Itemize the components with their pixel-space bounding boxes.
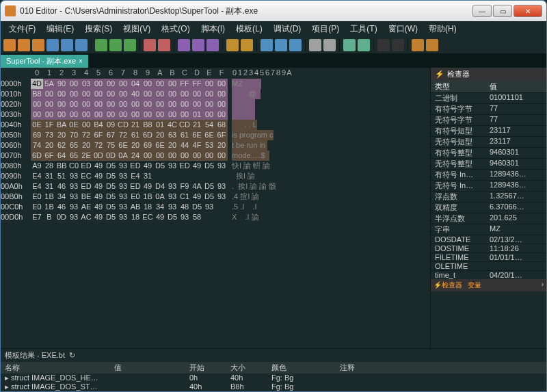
menu-item[interactable]: 脚本(I): [196, 22, 230, 36]
menu-item[interactable]: 视图(V): [118, 22, 156, 36]
tab-active[interactable]: SuperTool - 副本.exe ×: [1, 55, 88, 68]
inspector-header: 类型值: [431, 81, 546, 92]
inspector-title: ⚡检查器: [431, 68, 546, 81]
toolbar-button[interactable]: [158, 39, 170, 51]
refresh-icon[interactable]: ↻: [69, 351, 75, 360]
menu-item[interactable]: 编辑(E): [41, 22, 79, 36]
hex-row[interactable]: 0000h4D5A90000300000004000000FFFF0000MZ: [1, 79, 430, 89]
toolbar-button[interactable]: [261, 39, 273, 51]
minimize-button[interactable]: —: [472, 5, 492, 17]
inspector-panel: ⚡检查器 类型值 二进制01001101有符号字节77无符号字节77有符号短型2…: [430, 68, 546, 348]
menu-item[interactable]: 模板(L): [230, 22, 268, 36]
toolbar-button[interactable]: [109, 39, 122, 51]
menu-item[interactable]: 搜索(S): [79, 22, 118, 36]
menu-item[interactable]: 调试(D): [268, 22, 307, 36]
toolbar-button[interactable]: [124, 39, 136, 51]
hex-row[interactable]: 0040h0E1FBA0E00B409CD21B8014CCD215468 . …: [1, 120, 430, 130]
menu-item[interactable]: 帮助(H): [423, 22, 462, 36]
toolbar-button[interactable]: [3, 39, 16, 51]
menu-item[interactable]: 窗口(W): [383, 22, 423, 36]
menu-item[interactable]: 项目(P): [306, 22, 345, 36]
hex-row[interactable]: 00B0hE01B3493BE49D593E01B0A93C149D593.4 …: [1, 192, 430, 202]
inspector-row[interactable]: 浮点数1.32567…: [431, 191, 546, 202]
toolbar-button[interactable]: [377, 39, 390, 51]
toolbar-button[interactable]: [241, 39, 253, 51]
hex-row[interactable]: 00D0hE7B0D93AC49D59318EC49D59358 X .I 諭: [1, 212, 430, 222]
tab-close-icon[interactable]: ×: [79, 57, 83, 65]
template-row[interactable]: ▸ struct IMAGE_DOS_HE…0h40hFg: Bg: [1, 374, 546, 382]
inspector-row[interactable]: OLETIME: [431, 261, 546, 270]
inspector-row[interactable]: 无符号短型23117: [431, 136, 546, 147]
toolbar-button[interactable]: [178, 39, 190, 51]
template-columns: 名称 值 开始 大小 颜色 注释: [1, 362, 546, 374]
toolbar-button[interactable]: [144, 39, 156, 51]
tab-label: SuperTool - 副本.exe: [6, 56, 76, 66]
template-row[interactable]: ▸ struct IMAGE_DOS_ST…40hB8hFg: Bg: [1, 382, 546, 391]
toolbar-button[interactable]: [426, 39, 438, 51]
hex-row[interactable]: 0080hA928BBC0ED49D593ED49D593ED49D593快I …: [1, 161, 430, 171]
menu-item[interactable]: 文件(F): [3, 22, 41, 36]
inspector-tab-variables[interactable]: 变量: [468, 280, 481, 290]
hex-row[interactable]: 0030h00000000000000000000000000010000: [1, 109, 430, 120]
toolbar-button[interactable]: [226, 39, 239, 51]
toolbar-button[interactable]: [46, 39, 59, 51]
hex-header: 0123456789ABCDEF 0123456789A: [1, 68, 430, 79]
toolbar-button[interactable]: [192, 39, 204, 51]
inspector-row[interactable]: FILETIME01/01/1…: [431, 252, 546, 261]
hex-row[interactable]: 00C0hE01B4693AE49D593AB18349348D593 .5 .…: [1, 202, 430, 212]
hex-row[interactable]: 0060h742062652072756E20696E20444F5320t b…: [1, 140, 430, 151]
menubar: 文件(F)编辑(E)搜索(S)视图(V)格式(O)脚本(I)模板(L)调试(D)…: [1, 21, 546, 36]
inspector-row[interactable]: 双精度6.37066…: [431, 202, 546, 213]
bolt-icon: ⚡: [435, 70, 444, 79]
toolbar-button[interactable]: [206, 39, 219, 51]
app-icon: [5, 5, 16, 16]
inspector-row[interactable]: 无符号整型9460301: [431, 158, 546, 169]
template-results-title: 模板结果 - EXE.bt ↻: [1, 349, 546, 362]
menu-item[interactable]: 工具(T): [345, 22, 382, 36]
inspector-row[interactable]: 有符号字节77: [431, 103, 546, 114]
toolbar-button[interactable]: [75, 39, 88, 51]
toolbar-button[interactable]: [61, 39, 73, 51]
inspector-row[interactable]: DOSDATE02/13/2…: [431, 235, 546, 244]
toolbar-button[interactable]: [323, 39, 336, 51]
inspector-row[interactable]: DOSTIME11:18:26: [431, 244, 546, 252]
toolbar-button[interactable]: [392, 39, 404, 51]
toolbar-button[interactable]: [412, 39, 424, 51]
chevron-right-icon[interactable]: ›: [542, 280, 544, 290]
maximize-button[interactable]: ▭: [493, 5, 512, 17]
inspector-row[interactable]: 无符号 In…1289436…: [431, 180, 546, 191]
inspector-tabs: ⚡检查器 变量 ›: [431, 279, 546, 291]
document-tabs: SuperTool - 副本.exe ×: [1, 54, 546, 68]
hex-row[interactable]: 0010hB8000000000000004000000000000000 @: [1, 89, 430, 99]
inspector-row[interactable]: time_t04/20/1…: [431, 270, 546, 279]
hex-row[interactable]: 0020h00000000000000000000000000000000: [1, 99, 430, 109]
window-title: 010 Editor - C:\Users\Administrator\Desk…: [20, 5, 472, 17]
toolbar-button[interactable]: [309, 39, 321, 51]
inspector-row[interactable]: 无符号字节77: [431, 114, 546, 125]
hex-row[interactable]: 0090hE4315193EC49D593E431 挨I 諭: [1, 171, 430, 181]
menu-item[interactable]: 格式(O): [156, 22, 195, 36]
inspector-row[interactable]: 有符号短型23117: [431, 125, 546, 136]
hex-row[interactable]: 0050h69732070726F6772616D2063616E6E6Fis …: [1, 130, 430, 140]
hex-editor[interactable]: 0123456789ABCDEF 0123456789A 0000h4D5A90…: [1, 68, 430, 348]
toolbar-button[interactable]: [289, 39, 302, 51]
hex-row[interactable]: 0070h6D6F64652E0D0D0A2400000000000000mod…: [1, 151, 430, 161]
toolbar-button[interactable]: [358, 39, 370, 51]
close-button[interactable]: ✕: [513, 5, 542, 17]
inspector-tab-inspector[interactable]: ⚡检查器: [433, 280, 462, 290]
titlebar: 010 Editor - C:\Users\Administrator\Desk…: [1, 1, 546, 21]
inspector-row[interactable]: 字串MZ: [431, 224, 546, 235]
hex-row[interactable]: 00A0hE4314693ED49D593ED49D493F94AD593. 挨…: [1, 181, 430, 192]
toolbar: [1, 36, 546, 54]
inspector-row[interactable]: 有符号整型9460301: [431, 147, 546, 158]
toolbar-button[interactable]: [95, 39, 107, 51]
toolbar-button[interactable]: [275, 39, 287, 51]
toolbar-button[interactable]: [32, 39, 44, 51]
toolbar-button[interactable]: [18, 39, 30, 51]
inspector-row[interactable]: 有符号 In…1289436…: [431, 169, 546, 180]
toolbar-button[interactable]: [343, 39, 356, 51]
inspector-row[interactable]: 半浮点数201.625: [431, 213, 546, 224]
inspector-row[interactable]: 二进制01001101: [431, 92, 546, 103]
